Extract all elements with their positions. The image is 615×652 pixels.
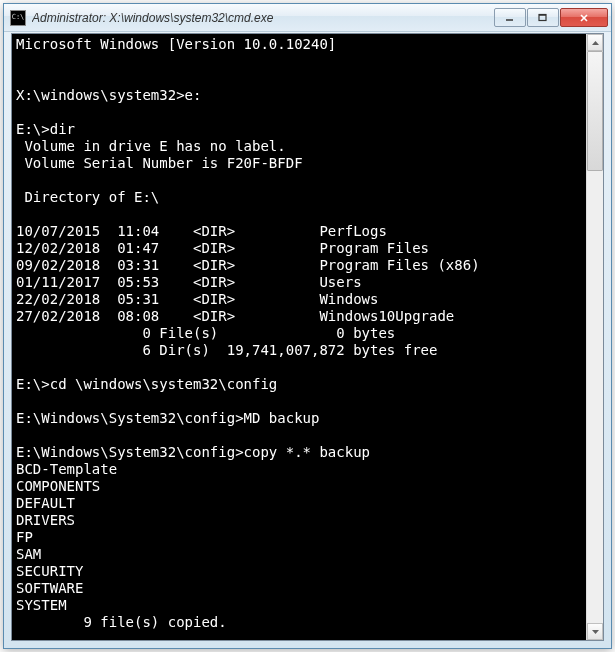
window-controls: [494, 8, 608, 27]
terminal-line: SOFTWARE: [16, 580, 586, 597]
terminal-line: SAM: [16, 546, 586, 563]
svg-marker-6: [592, 630, 599, 634]
terminal-line: E:\Windows\System32\config>copy *.* back…: [16, 444, 586, 461]
terminal-line: [16, 393, 586, 410]
close-button[interactable]: [560, 8, 608, 27]
vertical-scrollbar[interactable]: [586, 34, 603, 640]
terminal-line: [16, 206, 586, 223]
cmd-window: C:\ Administrator: X:\windows\system32\c…: [3, 3, 612, 649]
scrollbar-track[interactable]: [587, 51, 603, 623]
terminal-line: 9 file(s) copied.: [16, 614, 586, 631]
client-area: Microsoft Windows [Version 10.0.10240]X:…: [11, 33, 604, 641]
terminal-line: BCD-Template: [16, 461, 586, 478]
terminal-line: [16, 172, 586, 189]
terminal-line: 22/02/2018 05:31 <DIR> Windows: [16, 291, 586, 308]
terminal-line: [16, 104, 586, 121]
terminal-line: [16, 631, 586, 640]
terminal-line: Microsoft Windows [Version 10.0.10240]: [16, 36, 586, 53]
window-title: Administrator: X:\windows\system32\cmd.e…: [32, 11, 494, 25]
terminal-line: FP: [16, 529, 586, 546]
terminal-line: [16, 427, 586, 444]
terminal-line: 09/02/2018 03:31 <DIR> Program Files (x8…: [16, 257, 586, 274]
minimize-button[interactable]: [494, 8, 526, 27]
titlebar[interactable]: C:\ Administrator: X:\windows\system32\c…: [4, 4, 611, 32]
terminal-output[interactable]: Microsoft Windows [Version 10.0.10240]X:…: [12, 34, 586, 640]
cmd-app-icon: C:\: [10, 10, 26, 26]
terminal-line: SYSTEM: [16, 597, 586, 614]
terminal-line: DEFAULT: [16, 495, 586, 512]
terminal-line: 27/02/2018 08:08 <DIR> Windows10Upgrade: [16, 308, 586, 325]
terminal-line: 01/11/2017 05:53 <DIR> Users: [16, 274, 586, 291]
terminal-line: 0 File(s) 0 bytes: [16, 325, 586, 342]
terminal-line: E:\>dir: [16, 121, 586, 138]
terminal-line: [16, 70, 586, 87]
terminal-line: 12/02/2018 01:47 <DIR> Program Files: [16, 240, 586, 257]
scrollbar-thumb[interactable]: [587, 51, 603, 171]
terminal-line: SECURITY: [16, 563, 586, 580]
terminal-line: 6 Dir(s) 19,741,007,872 bytes free: [16, 342, 586, 359]
terminal-line: Directory of E:\: [16, 189, 586, 206]
scroll-down-button[interactable]: [587, 623, 603, 640]
terminal-line: [16, 359, 586, 376]
terminal-line: [16, 53, 586, 70]
terminal-line: Volume Serial Number is F20F-BFDF: [16, 155, 586, 172]
scroll-up-button[interactable]: [587, 34, 603, 51]
terminal-line: Volume in drive E has no label.: [16, 138, 586, 155]
svg-marker-5: [592, 41, 599, 45]
terminal-line: E:\>cd \windows\system32\config: [16, 376, 586, 393]
terminal-line: 10/07/2015 11:04 <DIR> PerfLogs: [16, 223, 586, 240]
maximize-button[interactable]: [527, 8, 559, 27]
terminal-line: X:\windows\system32>e:: [16, 87, 586, 104]
terminal-line: DRIVERS: [16, 512, 586, 529]
terminal-line: E:\Windows\System32\config>MD backup: [16, 410, 586, 427]
terminal-line: COMPONENTS: [16, 478, 586, 495]
